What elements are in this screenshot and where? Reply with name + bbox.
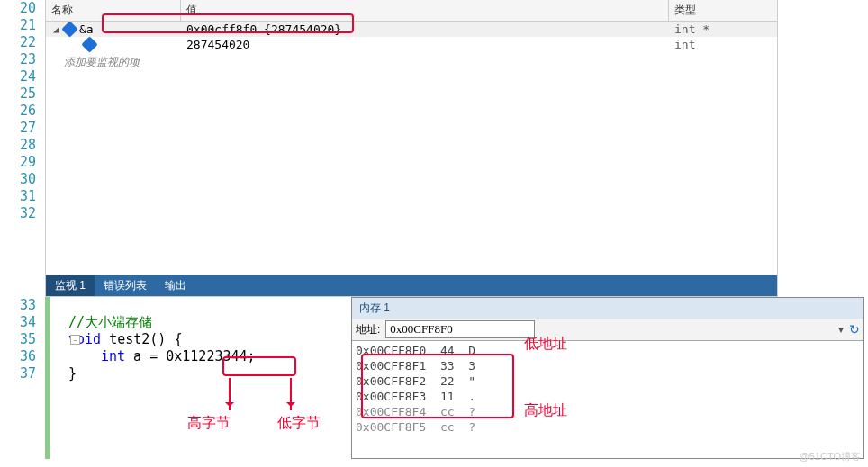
watch-col-name[interactable]: 名称 <box>46 0 181 21</box>
line-gutter-top: 202122 232425 262728 293031 32 <box>0 0 45 297</box>
memory-body[interactable]: 0x00CFF8F0 44 D 0x00CFF8F1 33 3 0x00CFF8… <box>352 341 863 458</box>
refresh-icon[interactable]: ↻ <box>849 322 860 337</box>
watermark: @51CTO博客 <box>800 450 861 463</box>
watch-panel: 名称 值 类型 ◢ &a 0x00cff8f0 {287454020} int … <box>45 0 778 297</box>
memory-panel: 内存 1 地址: ▾ ↻ 0x00CFF8F0 44 D 0x00CFF8F1 … <box>351 297 864 459</box>
arrow-icon <box>290 378 292 410</box>
watch-add-item[interactable]: 添加要监视的项 <box>46 52 777 73</box>
dropdown-icon[interactable]: ▾ <box>838 323 844 336</box>
watch-type: int <box>669 38 777 51</box>
watch-value: 0x00cff8f0 {287454020} <box>181 22 669 36</box>
watch-row[interactable]: ◢ &a 0x00cff8f0 {287454020} int * <box>46 22 777 37</box>
memory-addr-label: 地址: <box>356 322 380 337</box>
memory-addr-input[interactable] <box>385 320 535 338</box>
watch-expr: &a <box>79 22 94 36</box>
code-editor[interactable]: //大小端存储 - void test2() { int a = 0x11223… <box>45 297 351 459</box>
watch-type: int * <box>669 22 777 36</box>
arrow-icon <box>229 378 231 410</box>
tab-output[interactable]: 输出 <box>156 275 195 296</box>
memory-title: 内存 1 <box>359 301 390 316</box>
expand-icon[interactable]: ◢ <box>51 24 60 34</box>
variable-icon <box>61 21 77 37</box>
tab-watch1[interactable]: 监视 1 <box>46 275 95 296</box>
fold-icon[interactable]: - <box>70 335 80 345</box>
watch-col-type[interactable]: 类型 <box>669 0 777 21</box>
watch-tabs: 监视 1 错误列表 输出 <box>46 275 777 296</box>
line-gutter-bottom: 3334 3536 37 <box>0 297 45 459</box>
watch-value: 287454020 <box>181 38 669 51</box>
watch-col-value[interactable]: 值 <box>181 0 669 21</box>
variable-icon <box>81 36 97 52</box>
hex-literal: 11223344; <box>182 348 255 364</box>
watch-row[interactable]: 287454020 int <box>46 37 777 52</box>
watch-header: 名称 值 类型 <box>46 0 777 22</box>
tab-errors[interactable]: 错误列表 <box>95 275 156 296</box>
code-comment: //大小端存储 <box>68 314 152 330</box>
